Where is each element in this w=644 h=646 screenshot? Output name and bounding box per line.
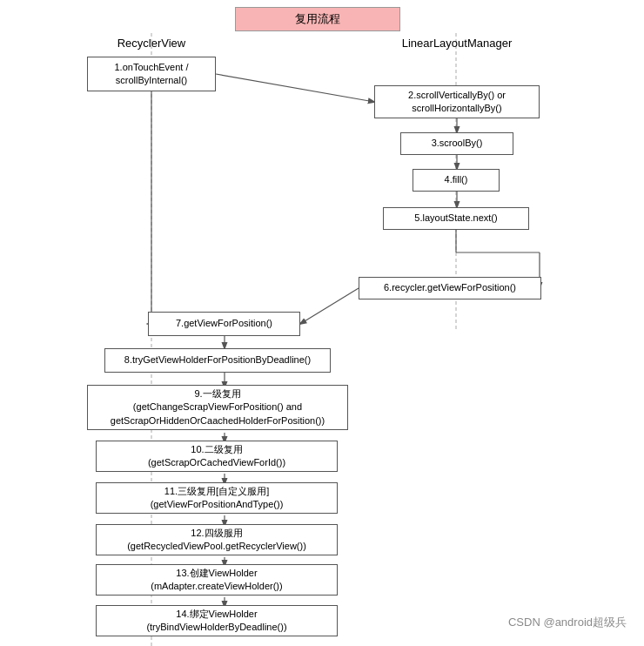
box-12-label: 12.四级服用 (getRecycledViewPool.getRecycler… <box>127 527 306 554</box>
box-4-label: 4.fill() <box>445 173 468 186</box>
box-9: 9.一级复用 (getChangeScrapViewForPosition() … <box>87 385 348 430</box>
box-1-label: 1.onTouchEvent / scrollByInternal() <box>114 61 188 88</box>
box-1: 1.onTouchEvent / scrollByInternal() <box>87 57 216 91</box>
box-6: 6.recycler.getViewForPosition() <box>359 277 541 299</box>
svg-line-2 <box>216 74 374 102</box>
box-7: 7.getViewForPosition() <box>148 312 300 336</box>
box-12: 12.四级服用 (getRecycledViewPool.getRecycler… <box>96 524 338 555</box>
box-8: 8.tryGetViewHolderForPositionByDeadline(… <box>104 348 331 373</box>
col-label-left: RecyclerView <box>87 37 216 50</box>
title-box: 复用流程 <box>235 7 400 31</box>
diagram-container: 复用流程 RecyclerView LinearLayoutManager 1.… <box>0 0 644 646</box>
box-2-label: 2.scrollVerticallyBy() or scrollHorizont… <box>408 89 506 116</box>
box-13: 13.创建ViewHolder (mAdapter.createViewHold… <box>96 564 338 596</box>
box-9-label: 9.一级复用 (getChangeScrapViewForPosition() … <box>111 387 325 427</box>
box-11: 11.三级复用[自定义服用] (getViewForPositionAndTyp… <box>96 482 338 514</box>
box-6-label: 6.recycler.getViewForPosition() <box>384 281 516 294</box>
box-8-label: 8.tryGetViewHolderForPositionByDeadline(… <box>124 353 311 367</box>
box-5: 5.layoutState.next() <box>383 207 529 230</box>
box-10-label: 10.二级复用 (getScrapOrCachedViewForId()) <box>148 443 285 470</box>
svg-line-9 <box>300 288 359 324</box>
box-14-label: 14.绑定ViewHolder (tryBindViewHolderByDead… <box>146 608 286 635</box>
box-11-label: 11.三级复用[自定义服用] (getViewForPositionAndTyp… <box>151 485 284 512</box>
box-10: 10.二级复用 (getScrapOrCachedViewForId()) <box>96 441 338 472</box>
watermark: CSDN @android超级兵 <box>508 615 627 630</box>
col-label-right: LinearLayoutManager <box>374 37 540 50</box>
box-13-label: 13.创建ViewHolder (mAdapter.createViewHold… <box>151 567 282 594</box>
box-3: 3.scroolBy() <box>400 132 513 155</box>
box-3-label: 3.scroolBy() <box>432 137 483 150</box>
box-2: 2.scrollVerticallyBy() or scrollHorizont… <box>374 85 540 118</box>
box-7-label: 7.getViewForPosition() <box>176 317 272 330</box>
box-4: 4.fill() <box>413 169 500 192</box>
box-5-label: 5.layoutState.next() <box>414 212 497 225</box>
box-14: 14.绑定ViewHolder (tryBindViewHolderByDead… <box>96 605 338 636</box>
